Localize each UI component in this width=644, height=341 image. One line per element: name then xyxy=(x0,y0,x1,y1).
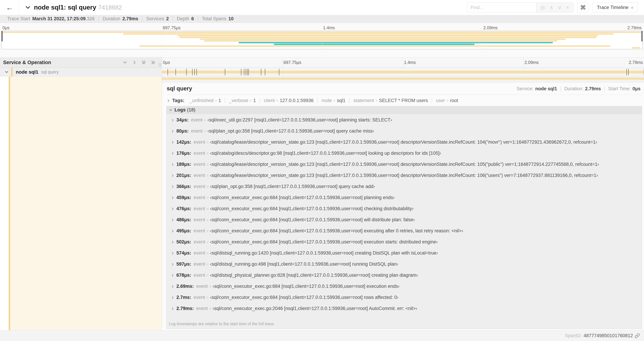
log-row[interactable]: 574μs:event=‹sql/distsql_running.go:1420… xyxy=(171,250,642,261)
log-row[interactable]: 486μs:event=‹sql/conn_executor_exec.go:6… xyxy=(171,217,642,228)
chevron-right-icon xyxy=(171,263,174,266)
tag-item[interactable]: user=root xyxy=(432,98,462,103)
chevron-right-icon xyxy=(171,240,174,244)
detail-panel: sql query Service:node sql1 Duration:2.7… xyxy=(162,77,644,330)
axis-tick-label: 697.75μs xyxy=(284,60,301,65)
log-row[interactable]: 678μs:event=‹sql/distsql_physical_planne… xyxy=(171,272,642,284)
tag-item[interactable]: node=sql1 xyxy=(317,98,349,103)
span-id-value: 4877749850101760812 xyxy=(584,333,633,338)
log-rows: 34μs:event=‹sql/exec_util.go:2297 [nsql1… xyxy=(166,114,642,320)
service-value: node sql1 xyxy=(535,86,557,92)
chevron-right-icon xyxy=(171,130,174,133)
bottom-bar: SpanID: 4877749850101760812 xyxy=(0,330,644,341)
chevron-right-icon xyxy=(171,274,174,277)
grid-line xyxy=(282,77,282,83)
chevron-right-icon xyxy=(167,99,170,102)
log-row[interactable]: 366μs:event=‹sql/plan_opt.go:358 [nsql1,… xyxy=(171,184,642,195)
chevron-right-icon xyxy=(171,141,174,144)
span-detail-card: sql query Service:node sql1 Duration:2.7… xyxy=(166,83,642,330)
log-tick xyxy=(186,69,186,75)
trace-view-dropdown[interactable]: Trace Timeline ∨ xyxy=(592,3,638,13)
top-actions: ◎ ∧ ∨ × ⌘ Trace Timeline ∨ xyxy=(467,3,644,13)
tag-item[interactable]: _verbose=1 xyxy=(225,98,260,103)
log-row[interactable]: 189μs:event=‹sql/catalog/lease/descripto… xyxy=(171,162,642,173)
tags-row[interactable]: Tags: _unfinished=1_verbose=1client=127.… xyxy=(166,95,642,106)
grid-line xyxy=(403,58,403,67)
summary-item: Total Spans10 xyxy=(198,16,237,22)
axis-tick-label: 2.79ms xyxy=(629,60,643,65)
page-title: node sql1: sql query7418682 xyxy=(34,4,122,11)
minimap-span-bar xyxy=(239,42,553,43)
find-input[interactable] xyxy=(467,3,536,13)
log-row[interactable]: 2.7ms:event=‹sql/conn_executor_exec.go:6… xyxy=(171,295,642,306)
chevron-right-icon xyxy=(171,207,174,210)
crosshair-icon[interactable]: ◎ xyxy=(540,5,545,10)
detail-left-column xyxy=(0,77,162,330)
jaeger-trace-page: ← node sql1: sql query7418682 ◎ ∧ ∨ × ⌘ xyxy=(0,0,644,341)
log-row[interactable]: 2.69ms:event=‹sql/conn_executor_exec.go:… xyxy=(171,284,642,295)
keyboard-shortcuts-button[interactable]: ⌘ xyxy=(577,3,589,13)
collapse-all-icon[interactable] xyxy=(141,60,146,65)
chevron-right-icon xyxy=(171,163,174,166)
chevron-down-icon[interactable] xyxy=(4,70,9,74)
minimap-span-bar xyxy=(180,37,596,38)
log-tick xyxy=(168,69,168,75)
minimap-left-handle[interactable] xyxy=(2,31,2,42)
grid-line xyxy=(482,31,482,49)
log-row[interactable]: 80μs:event=‹sql/plan_opt.go:358 [nsql1,c… xyxy=(171,128,642,140)
log-row[interactable]: 502μs:event=‹sql/conn_executor_exec.go:6… xyxy=(171,239,642,250)
summary-item: Services2 xyxy=(142,16,172,22)
expand-all-icon[interactable] xyxy=(150,60,156,65)
find-buttons: ◎ ∧ ∨ × xyxy=(536,3,574,13)
expand-one-icon[interactable] xyxy=(132,60,137,65)
operation-name: sql query xyxy=(41,70,59,75)
logs-header[interactable]: Logs (18) xyxy=(166,106,642,114)
grid-line xyxy=(322,31,322,49)
log-tick xyxy=(279,69,279,75)
back-button[interactable]: ← xyxy=(0,0,20,15)
column-resizer[interactable]: || xyxy=(159,62,161,67)
log-tick xyxy=(247,69,248,75)
log-tick xyxy=(194,69,195,75)
link-icon[interactable] xyxy=(635,333,640,338)
tag-item[interactable]: _unfinished=1 xyxy=(186,98,225,103)
chevron-right-icon xyxy=(171,307,174,310)
log-row[interactable]: 34μs:event=‹sql/exec_util.go:2297 [nsql1… xyxy=(171,117,642,128)
trace-title-area: node sql1: sql query7418682 xyxy=(20,4,467,11)
log-row[interactable]: 2.79ms:event=‹sql/conn_executor_exec.go:… xyxy=(171,306,642,317)
chevron-right-icon xyxy=(171,229,174,233)
collapse-one-icon[interactable] xyxy=(122,60,128,65)
tag-item[interactable]: client=127.0.0.1:59936 xyxy=(260,98,317,103)
log-row[interactable]: 201μs:event=‹sql/catalog/lease/descripto… xyxy=(171,173,642,184)
span-row[interactable]: node sql1 sql query xyxy=(0,68,644,77)
tag-item[interactable]: statement=SELECT * FROM users xyxy=(349,98,432,103)
service-operation-label: Service & Operation xyxy=(3,60,122,65)
span-row-track[interactable] xyxy=(162,68,644,76)
chevron-right-icon xyxy=(171,119,174,122)
chevron-right-icon xyxy=(171,285,174,288)
close-icon[interactable]: × xyxy=(566,5,569,10)
chevron-right-icon xyxy=(171,174,174,177)
minimap-canvas[interactable] xyxy=(2,31,642,49)
log-row[interactable]: 142μs:event=‹sql/catalog/lease/descripto… xyxy=(171,140,642,151)
log-row[interactable]: 459μs:event=‹sql/conn_executor_exec.go:6… xyxy=(171,195,642,206)
log-row[interactable]: 476μs:event=‹sql/conn_executor_exec.go:6… xyxy=(171,206,642,217)
chevron-up-icon[interactable]: ∧ xyxy=(550,5,553,10)
duration-label: Duration: xyxy=(564,86,584,92)
collapse-trace-icon[interactable] xyxy=(25,5,30,10)
span-detail-row: sql query Service:node sql1 Duration:2.7… xyxy=(0,77,644,330)
grid-line xyxy=(282,68,282,76)
minimap-right-handle[interactable] xyxy=(642,31,642,42)
axis-tick-label: 2.09ms xyxy=(524,60,539,65)
minimap-span-bar xyxy=(204,40,557,42)
find-group: ◎ ∧ ∨ × xyxy=(467,3,574,13)
log-row[interactable]: 597μs:event=‹sql/distsql_running.go:498 … xyxy=(171,261,642,272)
span-meta: Service:node sql1 Duration:2.79ms Start … xyxy=(513,86,641,92)
chevron-right-icon xyxy=(171,152,174,155)
log-row[interactable]: 176μs:event=‹sql/catalog/descs/descripto… xyxy=(171,151,642,162)
logs-label: Logs xyxy=(174,107,186,113)
log-row[interactable]: 495μs:event=‹sql/conn_executor_exec.go:6… xyxy=(171,228,642,239)
log-tick xyxy=(225,69,225,75)
chevron-down-icon[interactable]: ∨ xyxy=(558,5,562,10)
minimap-span-bar xyxy=(200,39,566,40)
